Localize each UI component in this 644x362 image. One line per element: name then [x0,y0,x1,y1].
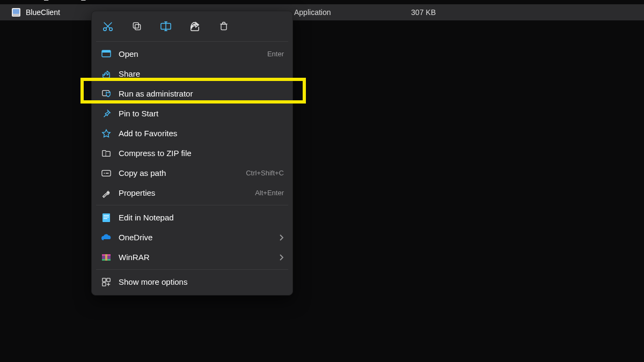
wrench-icon [100,187,112,199]
menu-item-label: Properties [119,188,255,197]
menu-item-label: Add to Favorites [119,129,284,138]
context-menu: Open Enter Share Run as administrator [91,11,293,295]
svg-rect-23 [103,282,106,285]
chevron-right-icon [279,234,284,241]
pin-icon [100,108,112,120]
menu-item-label: Show more options [119,277,284,286]
svg-rect-22 [107,278,110,281]
menu-item-winrar[interactable]: WinRAR [95,247,289,267]
onedrive-icon [100,232,112,243]
file-row[interactable]: inZOI_Character_Studio 22-08-2024 02:10 … [0,0,644,4]
svg-rect-15 [104,217,109,217]
svg-rect-1 [13,9,19,14]
delete-button[interactable] [216,19,231,34]
rename-icon [160,21,172,32]
chevron-right-icon [279,254,284,261]
menu-item-label: Copy as path [119,168,246,178]
context-menu-separator [96,269,288,270]
menu-item-share[interactable]: Share [95,64,289,84]
menu-item-compress-zip[interactable]: Compress to ZIP file [95,143,289,163]
application-icon [11,7,21,18]
menu-item-add-to-favorites[interactable]: Add to Favorites [95,123,289,143]
share-arrow-icon [189,21,201,32]
cut-button[interactable] [100,19,115,34]
svg-rect-14 [104,215,109,216]
svg-rect-21 [103,278,106,281]
menu-item-label: Edit in Notepad [119,213,284,222]
star-icon [100,128,112,139]
file-name: inZOI_Character_Studio [26,0,192,1]
svg-rect-8 [221,24,226,30]
copy-path-icon [100,167,112,179]
svg-rect-2 [13,14,19,16]
open-icon [100,48,112,60]
svg-rect-13 [103,213,110,222]
svg-rect-20 [105,254,107,261]
shield-icon [100,88,112,100]
menu-item-onedrive[interactable]: OneDrive [95,227,289,247]
menu-item-label: OneDrive [119,233,279,242]
svg-rect-5 [135,25,141,30]
context-menu-toolbar [95,14,289,39]
svg-rect-16 [104,218,107,219]
svg-rect-10 [102,50,111,53]
share-icon [100,68,112,80]
copy-icon [131,21,142,32]
menu-item-properties[interactable]: Properties Alt+Enter [95,183,289,203]
winrar-icon [100,252,112,263]
copy-button[interactable] [129,19,144,34]
scissors-icon [102,20,114,32]
menu-item-copy-as-path[interactable]: Copy as path Ctrl+Shift+C [95,163,289,183]
context-menu-separator [96,205,288,205]
file-type: File folder [294,0,396,1]
context-menu-separator [96,41,288,42]
notepad-icon [100,212,112,224]
menu-item-shortcut: Alt+Enter [255,189,284,197]
menu-item-shortcut: Ctrl+Shift+C [246,169,284,177]
menu-item-label: Compress to ZIP file [119,149,284,158]
more-options-icon [100,276,112,288]
trash-icon [218,21,229,32]
menu-item-shortcut: Enter [267,50,284,58]
menu-item-label: Open [119,49,267,58]
menu-item-open[interactable]: Open Enter [95,44,289,64]
svg-rect-6 [133,23,138,28]
menu-item-edit-in-notepad[interactable]: Edit in Notepad [95,208,289,227]
menu-item-label: Share [119,69,284,78]
share-button[interactable] [187,19,202,34]
file-type: Application [294,8,396,17]
file-size: 307 KB [396,8,439,17]
menu-item-pin-to-start[interactable]: Pin to Start [95,104,289,123]
folder-icon [11,0,21,2]
zip-folder-icon [100,147,112,159]
menu-item-label: WinRAR [119,253,279,262]
menu-item-label: Pin to Start [119,109,284,118]
menu-item-show-more-options[interactable]: Show more options [95,272,289,292]
menu-item-label: Run as administrator [119,89,284,98]
file-date: 22-08-2024 02:10 [192,0,294,1]
rename-button[interactable] [158,19,173,34]
menu-item-run-as-administrator[interactable]: Run as administrator [95,84,289,104]
